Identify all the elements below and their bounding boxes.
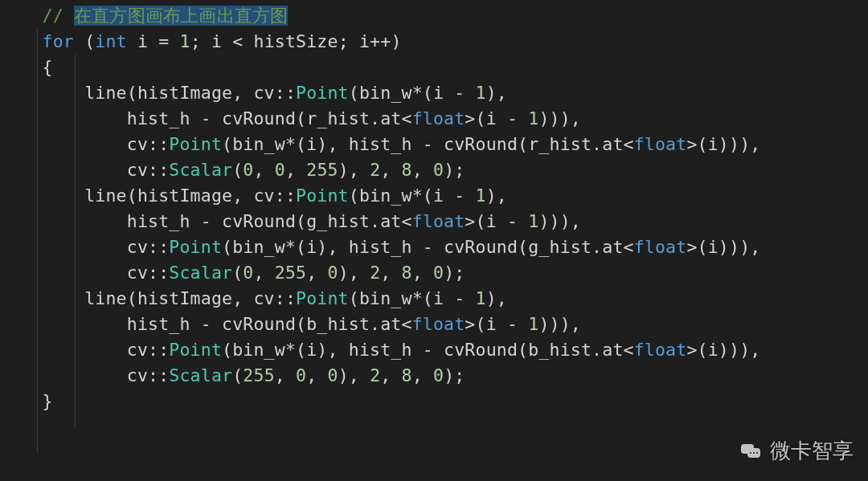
indent-guide xyxy=(75,55,76,427)
watermark: 微卡智享 xyxy=(741,437,854,465)
selected-text: 在直方图画布上画出直方图 xyxy=(74,6,288,26)
code-editor[interactable]: // 在直方图画布上画出直方图 for (int i = 1; i < hist… xyxy=(0,0,868,481)
wechat-icon xyxy=(741,442,764,461)
watermark-text: 微卡智享 xyxy=(770,437,854,465)
code-block: // 在直方图画布上画出直方图 for (int i = 1; i < hist… xyxy=(0,0,868,414)
indent-guide xyxy=(37,29,38,453)
